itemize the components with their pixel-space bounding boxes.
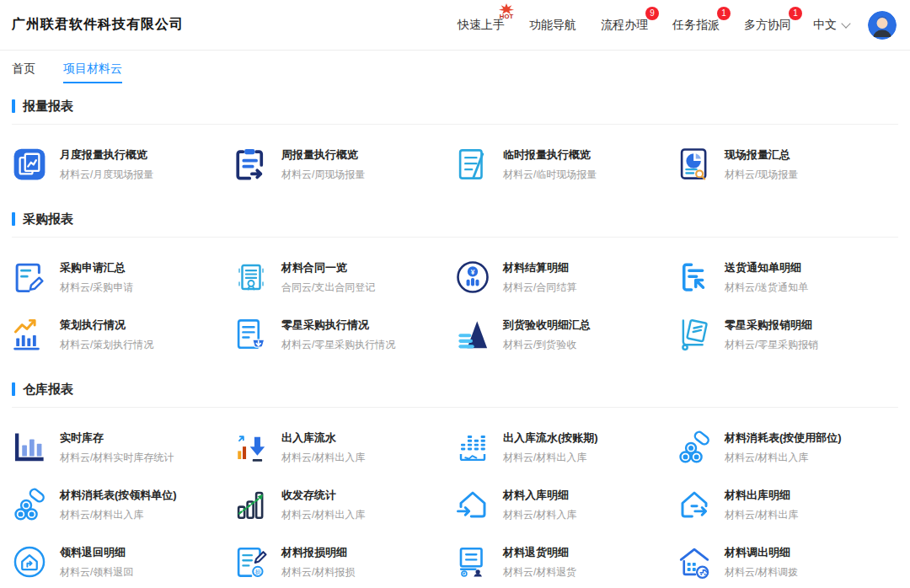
report-card-text: 材料合同一览合同云/支出合同登记 (281, 261, 375, 293)
nav-item-label: 功能导航 (529, 18, 576, 31)
report-card[interactable]: 出入库流水(按账期)材料云/材料出入库 (455, 430, 677, 465)
report-title: 到货验收明细汇总 (503, 318, 591, 332)
report-card[interactable]: 材料合同一览合同云/支出合同登记 (233, 259, 455, 295)
report-path: 材料云/零星采购执行情况 (281, 339, 395, 350)
material-contract-icon (233, 259, 269, 295)
nav-item-label: 多方协同 (744, 18, 791, 31)
report-card-text: 收发存统计材料云/材料出入库 (281, 489, 365, 521)
report-card-text: 出入库流水(按账期)材料云/材料出入库 (503, 431, 598, 463)
section-divider (12, 407, 898, 408)
inout-flow-period-icon (455, 430, 490, 465)
svg-text:损: 损 (254, 569, 260, 575)
report-card[interactable]: 材料出库明细材料云/材料出库 (677, 487, 898, 522)
report-card[interactable]: 零星采购执行情况材料云/零星采购执行情况 (233, 317, 455, 352)
report-title: 月度报量执行概览 (60, 148, 153, 162)
report-card[interactable]: 现场报量汇总材料云/现场报量 (677, 147, 898, 182)
report-card-text: 零星采购报销明细材料云/零星采购报销 (725, 318, 818, 350)
section-title: 仓库报表 (12, 381, 898, 398)
report-title: 策划执行情况 (60, 318, 153, 332)
report-card[interactable]: 材料消耗表(按使用部位)材料云/材料出入库 (677, 430, 898, 465)
report-path: 材料云/合同结算 (503, 281, 576, 293)
report-path: 材料云/临时现场报量 (503, 168, 597, 180)
report-card-text: 材料报损明细材料云/材料报损 (281, 546, 355, 578)
report-card[interactable]: ¥材料结算明细材料云/合同结算 (455, 259, 677, 295)
user-avatar[interactable] (868, 11, 897, 40)
sporadic-purchase-icon (233, 317, 269, 352)
report-card-text: 采购申请汇总材料云/采购申请 (60, 261, 133, 293)
report-card[interactable]: 损材料报损明细材料云/材料报损 (233, 544, 455, 580)
material-inbound-icon (455, 487, 490, 522)
language-label: 中文 (813, 18, 837, 33)
report-sections: 报量报表月度报量执行概览材料云/月度现场报量周报量执行概览材料云/周现场报量临时… (0, 98, 910, 588)
report-card[interactable]: 零星采购报销明细材料云/零星采购报销 (677, 317, 898, 352)
report-card[interactable]: 材料入库明细材料云/材料入库 (455, 487, 677, 522)
report-path: 材料云/零星采购报销 (725, 339, 818, 350)
app-header: 广州联君软件科技有限公司 快速上手HOT功能导航流程办理9任务指派1多方协同1 … (0, 0, 910, 51)
report-grid: 月度报量执行概览材料云/月度现场报量周报量执行概览材料云/周现场报量临时报量执行… (12, 147, 898, 200)
chevron-down-icon (841, 19, 850, 28)
report-title: 采购申请汇总 (60, 261, 133, 275)
report-card[interactable]: 周报量执行概览材料云/周现场报量 (233, 147, 455, 182)
report-card[interactable]: 送货通知单明细材料云/送货通知单 (677, 259, 898, 295)
planning-execution-icon (12, 317, 47, 352)
report-title: 实时库存 (60, 431, 174, 445)
report-path: 材料云/现场报量 (725, 168, 798, 180)
language-switcher[interactable]: 中文 (813, 18, 849, 33)
tab-1[interactable]: 首页 (12, 51, 35, 88)
report-card-text: 临时报量执行概览材料云/临时现场报量 (503, 148, 597, 180)
report-title: 零星采购报销明细 (725, 318, 818, 332)
report-card-text: 材料出库明细材料云/材料出库 (725, 489, 798, 521)
nav-item-3[interactable]: 流程办理9 (601, 18, 648, 33)
report-card[interactable]: 领料退回明细材料云/领料退回 (12, 544, 233, 580)
report-title: 临时报量执行概览 (503, 148, 597, 162)
report-card-text: 出入库流水材料云/材料出入库 (281, 431, 365, 463)
report-card[interactable]: 实时库存材料云/材料实时库存统计 (12, 430, 233, 465)
nav-item-2[interactable]: 功能导航 (529, 18, 576, 33)
section-title: 采购报表 (12, 211, 898, 227)
report-section: 报量报表月度报量执行概览材料云/月度现场报量周报量执行概览材料云/周现场报量临时… (12, 98, 898, 200)
inout-flow-icon (233, 430, 269, 465)
report-card[interactable]: 材料退货明细材料云/材料退货 (455, 544, 677, 580)
nav-item-4[interactable]: 任务指派1 (672, 18, 720, 33)
material-outbound-icon (677, 487, 712, 522)
report-path: 材料云/月度现场报量 (60, 168, 153, 180)
report-card[interactable]: 收发存统计材料云/材料出入库 (233, 487, 455, 522)
report-path: 材料云/材料退货 (503, 566, 576, 578)
report-card[interactable]: 月度报量执行概览材料云/月度现场报量 (12, 147, 233, 182)
report-path: 材料云/材料出入库 (60, 509, 177, 521)
weekly-report-overview-icon (233, 147, 269, 182)
svg-text:HOT: HOT (500, 13, 514, 20)
report-path: 材料云/策划执行情况 (60, 339, 153, 350)
consumption-by-location-icon (677, 430, 712, 465)
nav-item-label: 流程办理 (601, 18, 648, 31)
report-card-text: 材料退货明细材料云/材料退货 (503, 546, 576, 578)
notification-badge: 9 (645, 7, 659, 20)
report-card[interactable]: 到货验收明细汇总材料云/到货验收 (455, 317, 677, 352)
temporary-report-overview-icon (455, 147, 490, 182)
tab-bar: 首页项目材料云 (0, 51, 910, 88)
report-section: 采购报表采购申请汇总材料云/采购申请材料合同一览合同云/支出合同登记¥材料结算明… (12, 211, 898, 371)
report-card[interactable]: 采购申请汇总材料云/采购申请 (12, 259, 233, 295)
tab-2[interactable]: 项目材料云 (63, 51, 122, 88)
report-card[interactable]: 临时报量执行概览材料云/临时现场报量 (455, 147, 677, 182)
hot-badge-icon: HOT (495, 3, 518, 20)
report-card[interactable]: 策划执行情况材料云/策划执行情况 (12, 317, 233, 352)
nav-item-1[interactable]: 快速上手HOT (458, 18, 505, 33)
report-card-text: 送货通知单明细材料云/送货通知单 (725, 261, 808, 293)
report-title: 材料出库明细 (725, 489, 798, 502)
report-path: 材料云/材料出入库 (281, 509, 365, 521)
report-card-text: 到货验收明细汇总材料云/到货验收 (503, 318, 591, 350)
report-title: 现场报量汇总 (725, 148, 798, 162)
nav-item-5[interactable]: 多方协同1 (744, 18, 791, 33)
report-card[interactable]: 材料消耗表(按领料单位)材料云/材料出入库 (12, 487, 233, 522)
material-damage-icon: 损 (233, 544, 269, 580)
report-card[interactable]: 材料调出明细材料云/材料调拨 (677, 544, 898, 580)
report-card[interactable]: 出入库流水材料云/材料出入库 (233, 430, 455, 465)
report-title: 送货通知单明细 (725, 261, 808, 275)
material-transfer-icon (677, 544, 712, 580)
report-card-text: 实时库存材料云/材料实时库存统计 (60, 431, 174, 463)
purchase-request-icon (12, 259, 47, 295)
report-title: 材料消耗表(按领料单位) (60, 489, 177, 502)
report-card-text: 零星采购执行情况材料云/零星采购执行情况 (281, 318, 395, 350)
requisition-return-icon (12, 544, 47, 580)
